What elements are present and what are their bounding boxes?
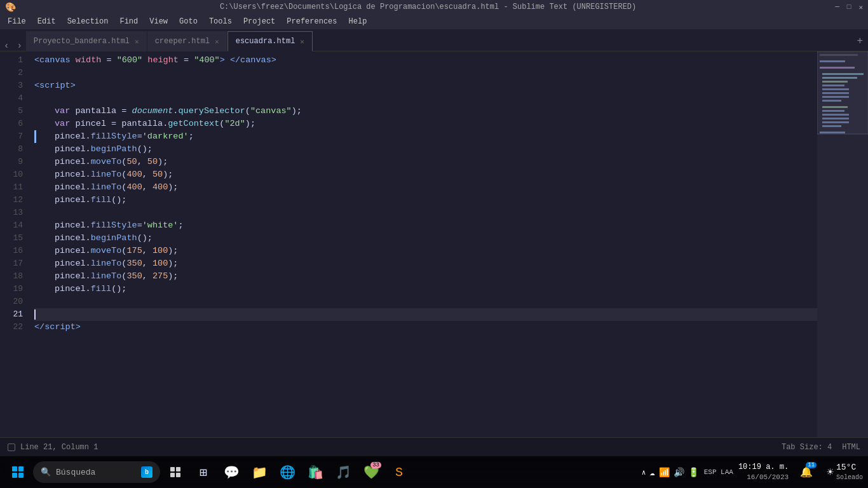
line-num-19: 19 <box>0 283 23 295</box>
notification-center[interactable]: 🔔 11 <box>794 459 819 485</box>
line-num-16: 16 <box>0 245 23 257</box>
bing-icon: b <box>141 466 153 478</box>
music-icon: 🎵 <box>336 464 351 480</box>
tab-bar: ‹ › Proyecto_bandera.html ✕ creeper.html… <box>0 29 868 51</box>
code-line-10: pincel. lineTo ( 400 , 50 ); <box>34 168 817 181</box>
weather-icon: ☀️ <box>827 465 834 479</box>
tab-label: escuadra.html <box>236 37 295 46</box>
taskbar: 🔍 Búsqueda b ⊞ 💬 📁 🌐 🛍️ 🎵 💚 33 <box>0 456 868 488</box>
wifi-icon[interactable]: 📶 <box>659 467 670 478</box>
music-button[interactable]: 🎵 <box>330 459 356 485</box>
tab-proyecto-bandera[interactable]: Proyecto_bandera.html ✕ <box>26 31 147 51</box>
code-line-11: pincel. lineTo ( 400 , 400 ); <box>34 181 817 194</box>
tab-nav-next[interactable]: › <box>13 41 25 51</box>
code-line-21 <box>34 308 817 321</box>
explorer-button[interactable]: 📁 <box>247 459 272 485</box>
line-num-2: 2 <box>0 67 23 79</box>
line-num-7: 7 <box>0 130 23 143</box>
code-line-6: var pincel = pantalla. getContext ( "2d"… <box>34 118 817 130</box>
menu-project[interactable]: Project <box>238 16 280 27</box>
code-editor[interactable]: <canvas width = "600" height = "400" > <… <box>29 51 817 437</box>
code-line-13 <box>34 207 817 219</box>
taskbar-search[interactable]: 🔍 Búsqueda b <box>33 461 160 483</box>
tab-nav-prev[interactable]: ‹ <box>0 41 13 51</box>
chrome-button[interactable]: 🌐 <box>275 459 300 485</box>
start-button[interactable] <box>5 459 31 485</box>
date-display: 16/05/2023 <box>738 473 789 482</box>
line-num-4: 4 <box>0 92 23 105</box>
menu-help[interactable]: Help <box>344 16 372 27</box>
system-icons: ∧ ☁ 📶 🔊 🔋 <box>642 467 699 478</box>
line-num-9: 9 <box>0 156 23 168</box>
status-bar: Line 21, Column 1 Tab Size: 4 HTML <box>0 437 868 456</box>
line-num-8: 8 <box>0 143 23 156</box>
tab-close-icon[interactable]: ✕ <box>300 37 304 46</box>
code-line-4 <box>34 92 817 105</box>
menu-tools[interactable]: Tools <box>204 16 237 27</box>
weather-widget[interactable]: ☀️ 15°C Soleado <box>827 463 863 482</box>
line-num-12: 12 <box>0 194 23 207</box>
line-num-11: 11 <box>0 181 23 194</box>
code-line-8: pincel. beginPath (); <box>34 143 817 156</box>
network-icon[interactable]: ☁ <box>649 467 654 478</box>
volume-icon[interactable]: 🔊 <box>674 467 684 478</box>
windows-logo-icon <box>12 466 24 478</box>
line-num-5: 5 <box>0 105 23 118</box>
code-line-15: pincel. beginPath (); <box>34 232 817 245</box>
status-left: Line 21, Column 1 <box>8 443 98 452</box>
sublime-button[interactable]: S <box>386 459 412 485</box>
maximize-button[interactable]: □ <box>847 3 851 11</box>
code-line-16: pincel. moveTo ( 175 , 100 ); <box>34 245 817 257</box>
tab-label: Proyecto_bandera.html <box>34 37 130 46</box>
menu-find[interactable]: Find <box>114 16 143 27</box>
store-button[interactable]: 🛍️ <box>302 459 328 485</box>
menu-goto[interactable]: Goto <box>174 16 203 27</box>
window-controls: ─ □ ✕ <box>835 3 863 11</box>
title-bar: 🎨 C:\Users\freez\Documents\Logica de Pro… <box>0 0 868 14</box>
code-line-18: pincel. lineTo ( 350 , 275 ); <box>34 270 817 283</box>
line-num-18: 18 <box>0 270 23 283</box>
line-num-6: 6 <box>0 118 23 130</box>
editor-area: 1 2 3 4 5 6 7 8 9 10 11 12 13 14 15 16 1… <box>0 51 868 437</box>
explorer-icon: 📁 <box>252 464 268 480</box>
menu-preferences[interactable]: Preferences <box>281 16 342 27</box>
minimap-svg <box>817 51 868 331</box>
whatsapp-button[interactable]: 💚 33 <box>358 459 384 485</box>
code-line-1: <canvas width = "600" height = "400" > <… <box>34 54 817 67</box>
new-tab-button[interactable]: + <box>857 36 863 47</box>
tab-close-icon[interactable]: ✕ <box>135 37 139 46</box>
svg-rect-23 <box>176 473 180 477</box>
minimize-button[interactable]: ─ <box>835 3 839 11</box>
window-title: C:\Users\freez\Documents\Logica de Progr… <box>21 3 835 11</box>
sublime-icon: S <box>395 465 403 480</box>
widgets-button[interactable]: ⊞ <box>191 459 216 485</box>
tab-close-icon[interactable]: ✕ <box>215 37 219 46</box>
task-view-button[interactable] <box>163 459 188 485</box>
weather-temp: 15°C <box>836 463 863 473</box>
notification-count-badge: 11 <box>806 462 817 468</box>
code-line-5: var pantalla = document . querySelector … <box>34 105 817 118</box>
task-view-icon <box>169 466 182 478</box>
tab-creeper[interactable]: creeper.html ✕ <box>147 31 227 51</box>
cursor-position: Line 21, Column 1 <box>20 443 98 452</box>
menu-selection[interactable]: Selection <box>62 16 114 27</box>
whatsapp-badge: 33 <box>370 462 381 468</box>
menu-edit[interactable]: Edit <box>32 16 61 27</box>
line-num-21: 21 <box>0 308 23 321</box>
line-num-10: 10 <box>0 168 23 181</box>
teams-button[interactable]: 💬 <box>219 459 244 485</box>
close-button[interactable]: ✕ <box>858 3 863 11</box>
app-icon: 🎨 <box>5 2 16 13</box>
menu-file[interactable]: File <box>3 16 31 27</box>
line-num-14: 14 <box>0 219 23 232</box>
svg-rect-20 <box>170 467 175 471</box>
code-line-2 <box>34 67 817 79</box>
chevron-up-icon[interactable]: ∧ <box>642 468 646 477</box>
tab-escuadra[interactable]: escuadra.html ✕ <box>227 31 313 51</box>
clock[interactable]: 10:19 a. m. 16/05/2023 <box>738 462 789 482</box>
battery-icon[interactable]: 🔋 <box>688 467 699 478</box>
line-num-3: 3 <box>0 79 23 92</box>
menu-view[interactable]: View <box>144 16 173 27</box>
code-line-7: pincel. fillStyle = 'darkred' ; <box>34 130 817 143</box>
text-cursor <box>34 309 36 320</box>
